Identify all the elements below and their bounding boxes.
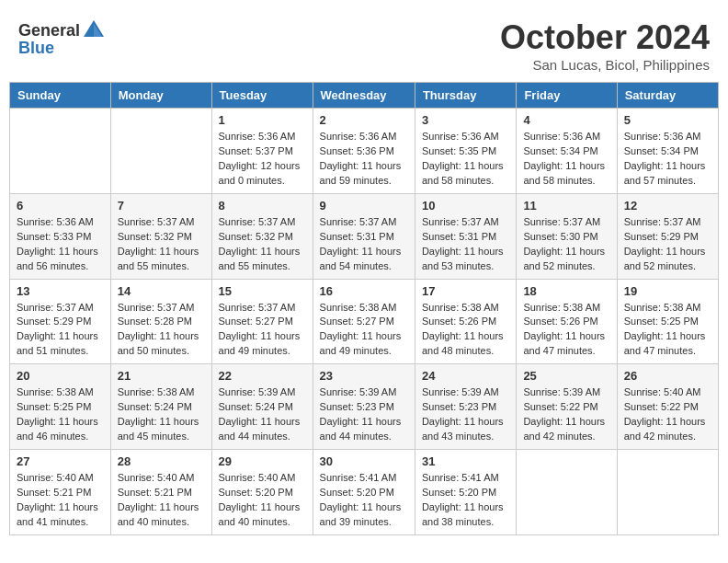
calendar-cell — [517, 450, 617, 535]
logo-blue-text: Blue — [18, 39, 54, 58]
day-info: Sunrise: 5:36 AM Sunset: 5:33 PM Dayligh… — [17, 215, 104, 274]
day-info: Sunrise: 5:38 AM Sunset: 5:25 PM Dayligh… — [17, 385, 104, 444]
day-number: 28 — [118, 454, 205, 468]
day-info: Sunrise: 5:39 AM Sunset: 5:24 PM Dayligh… — [219, 385, 306, 444]
calendar-cell: 3Sunrise: 5:36 AM Sunset: 5:35 PM Daylig… — [415, 109, 516, 194]
day-number: 22 — [219, 369, 306, 383]
day-info: Sunrise: 5:37 AM Sunset: 5:32 PM Dayligh… — [118, 215, 205, 274]
logo: General Blue — [18, 18, 108, 58]
week-row-4: 20Sunrise: 5:38 AM Sunset: 5:25 PM Dayli… — [10, 364, 719, 450]
weekday-header-thursday: Thursday — [415, 83, 516, 109]
day-number: 25 — [523, 369, 609, 383]
calendar-cell: 1Sunrise: 5:36 AM Sunset: 5:37 PM Daylig… — [211, 109, 313, 194]
day-number: 12 — [624, 199, 711, 213]
day-number: 20 — [17, 369, 104, 383]
day-info: Sunrise: 5:36 AM Sunset: 5:35 PM Dayligh… — [422, 130, 509, 189]
calendar-cell: 23Sunrise: 5:39 AM Sunset: 5:23 PM Dayli… — [313, 364, 415, 450]
month-title: October 2024 — [500, 18, 710, 57]
day-number: 5 — [624, 113, 711, 127]
day-number: 6 — [17, 199, 104, 213]
calendar-cell: 17Sunrise: 5:38 AM Sunset: 5:26 PM Dayli… — [415, 279, 516, 364]
day-info: Sunrise: 5:38 AM Sunset: 5:26 PM Dayligh… — [422, 301, 509, 360]
weekday-header-sunday: Sunday — [10, 83, 111, 109]
day-info: Sunrise: 5:36 AM Sunset: 5:34 PM Dayligh… — [624, 130, 711, 189]
calendar-cell: 5Sunrise: 5:36 AM Sunset: 5:34 PM Daylig… — [617, 109, 718, 194]
day-number: 7 — [118, 199, 205, 213]
calendar-cell — [617, 450, 718, 535]
day-info: Sunrise: 5:38 AM Sunset: 5:26 PM Dayligh… — [523, 301, 609, 360]
day-number: 27 — [17, 454, 104, 468]
day-info: Sunrise: 5:36 AM Sunset: 5:36 PM Dayligh… — [320, 130, 408, 189]
week-row-3: 13Sunrise: 5:37 AM Sunset: 5:29 PM Dayli… — [10, 279, 719, 364]
day-info: Sunrise: 5:36 AM Sunset: 5:34 PM Dayligh… — [523, 130, 609, 189]
logo-icon — [82, 18, 106, 42]
calendar-cell: 25Sunrise: 5:39 AM Sunset: 5:22 PM Dayli… — [517, 364, 617, 450]
calendar-cell: 2Sunrise: 5:36 AM Sunset: 5:36 PM Daylig… — [313, 109, 415, 194]
calendar-table: SundayMondayTuesdayWednesdayThursdayFrid… — [9, 82, 719, 535]
calendar-cell: 16Sunrise: 5:38 AM Sunset: 5:27 PM Dayli… — [313, 279, 415, 364]
day-info: Sunrise: 5:38 AM Sunset: 5:27 PM Dayligh… — [320, 301, 408, 360]
calendar-cell: 11Sunrise: 5:37 AM Sunset: 5:30 PM Dayli… — [517, 193, 617, 279]
day-number: 2 — [320, 113, 408, 127]
calendar-cell: 6Sunrise: 5:36 AM Sunset: 5:33 PM Daylig… — [10, 193, 111, 279]
day-number: 24 — [422, 369, 509, 383]
weekday-header-row: SundayMondayTuesdayWednesdayThursdayFrid… — [10, 83, 719, 109]
day-info: Sunrise: 5:40 AM Sunset: 5:20 PM Dayligh… — [219, 471, 306, 530]
day-number: 26 — [624, 369, 711, 383]
day-number: 18 — [523, 284, 609, 298]
day-info: Sunrise: 5:38 AM Sunset: 5:24 PM Dayligh… — [118, 385, 205, 444]
calendar-cell: 27Sunrise: 5:40 AM Sunset: 5:21 PM Dayli… — [10, 450, 111, 535]
day-number: 15 — [219, 284, 306, 298]
calendar-cell: 28Sunrise: 5:40 AM Sunset: 5:21 PM Dayli… — [110, 450, 211, 535]
day-number: 23 — [320, 369, 408, 383]
day-number: 21 — [118, 369, 205, 383]
day-number: 3 — [422, 113, 509, 127]
day-info: Sunrise: 5:37 AM Sunset: 5:32 PM Dayligh… — [219, 215, 306, 274]
calendar-cell: 31Sunrise: 5:41 AM Sunset: 5:20 PM Dayli… — [415, 450, 516, 535]
calendar-cell: 26Sunrise: 5:40 AM Sunset: 5:22 PM Dayli… — [617, 364, 718, 450]
calendar-cell: 4Sunrise: 5:36 AM Sunset: 5:34 PM Daylig… — [517, 109, 617, 194]
day-number: 14 — [118, 284, 205, 298]
page-header: General Blue October 2024 San Lucas, Bic… — [9, 9, 719, 77]
week-row-1: 1Sunrise: 5:36 AM Sunset: 5:37 PM Daylig… — [10, 109, 719, 194]
calendar-cell: 21Sunrise: 5:38 AM Sunset: 5:24 PM Dayli… — [110, 364, 211, 450]
day-number: 16 — [320, 284, 408, 298]
day-info: Sunrise: 5:37 AM Sunset: 5:31 PM Dayligh… — [422, 215, 509, 274]
calendar-cell: 18Sunrise: 5:38 AM Sunset: 5:26 PM Dayli… — [517, 279, 617, 364]
day-info: Sunrise: 5:41 AM Sunset: 5:20 PM Dayligh… — [422, 471, 509, 530]
day-info: Sunrise: 5:41 AM Sunset: 5:20 PM Dayligh… — [320, 471, 408, 530]
weekday-header-wednesday: Wednesday — [313, 83, 415, 109]
calendar-cell — [10, 109, 111, 194]
day-number: 10 — [422, 199, 509, 213]
week-row-5: 27Sunrise: 5:40 AM Sunset: 5:21 PM Dayli… — [10, 450, 719, 535]
day-number: 17 — [422, 284, 509, 298]
calendar-cell: 13Sunrise: 5:37 AM Sunset: 5:29 PM Dayli… — [10, 279, 111, 364]
weekday-header-friday: Friday — [517, 83, 617, 109]
day-number: 31 — [422, 454, 509, 468]
weekday-header-saturday: Saturday — [617, 83, 718, 109]
weekday-header-monday: Monday — [110, 83, 211, 109]
logo-general-text: General — [18, 21, 80, 40]
calendar-cell: 14Sunrise: 5:37 AM Sunset: 5:28 PM Dayli… — [110, 279, 211, 364]
day-number: 29 — [219, 454, 306, 468]
calendar-cell: 24Sunrise: 5:39 AM Sunset: 5:23 PM Dayli… — [415, 364, 516, 450]
calendar-cell: 8Sunrise: 5:37 AM Sunset: 5:32 PM Daylig… — [211, 193, 313, 279]
day-info: Sunrise: 5:38 AM Sunset: 5:25 PM Dayligh… — [624, 301, 711, 360]
week-row-2: 6Sunrise: 5:36 AM Sunset: 5:33 PM Daylig… — [10, 193, 719, 279]
location: San Lucas, Bicol, Philippines — [500, 57, 710, 73]
day-number: 11 — [523, 199, 609, 213]
calendar-cell: 7Sunrise: 5:37 AM Sunset: 5:32 PM Daylig… — [110, 193, 211, 279]
day-info: Sunrise: 5:36 AM Sunset: 5:37 PM Dayligh… — [219, 130, 306, 189]
calendar-cell: 19Sunrise: 5:38 AM Sunset: 5:25 PM Dayli… — [617, 279, 718, 364]
day-info: Sunrise: 5:37 AM Sunset: 5:29 PM Dayligh… — [17, 301, 104, 360]
day-info: Sunrise: 5:37 AM Sunset: 5:28 PM Dayligh… — [118, 301, 205, 360]
calendar-cell: 22Sunrise: 5:39 AM Sunset: 5:24 PM Dayli… — [211, 364, 313, 450]
calendar-cell: 9Sunrise: 5:37 AM Sunset: 5:31 PM Daylig… — [313, 193, 415, 279]
calendar-cell: 15Sunrise: 5:37 AM Sunset: 5:27 PM Dayli… — [211, 279, 313, 364]
day-info: Sunrise: 5:37 AM Sunset: 5:30 PM Dayligh… — [523, 215, 609, 274]
day-number: 8 — [219, 199, 306, 213]
calendar-cell: 30Sunrise: 5:41 AM Sunset: 5:20 PM Dayli… — [313, 450, 415, 535]
day-info: Sunrise: 5:37 AM Sunset: 5:29 PM Dayligh… — [624, 215, 711, 274]
calendar-cell: 12Sunrise: 5:37 AM Sunset: 5:29 PM Dayli… — [617, 193, 718, 279]
day-number: 9 — [320, 199, 408, 213]
